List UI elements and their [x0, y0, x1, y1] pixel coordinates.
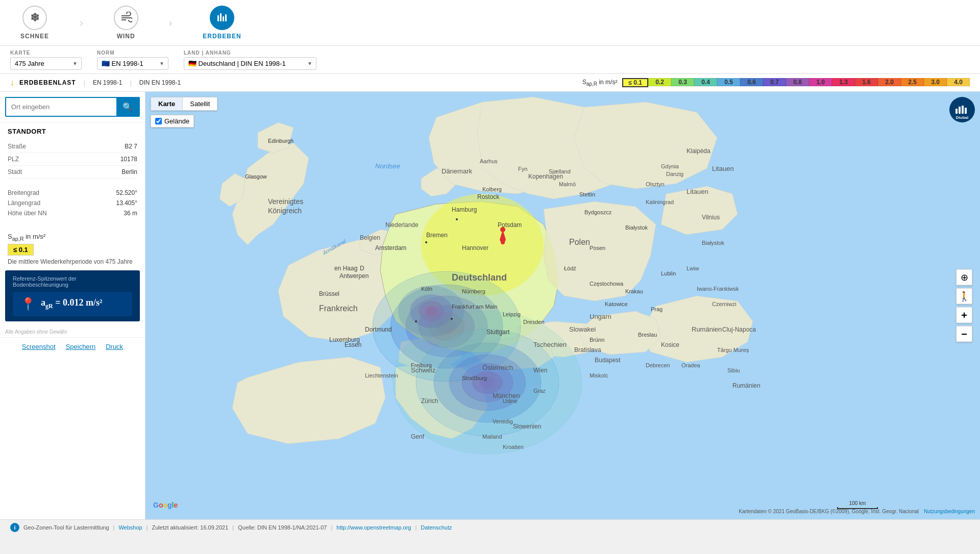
svg-text:Liechtenstein: Liechtenstein [365, 372, 398, 379]
standort-row-stadt: Stadt Berlin [8, 166, 137, 179]
save-button[interactable]: Speichern [66, 343, 96, 350]
norm-group: NORM 🇪🇺 EN 1998-1 [97, 50, 168, 70]
sep2: | [130, 79, 131, 87]
map-type-bar: Karte Satellit [151, 97, 217, 111]
nav-arrow-2: › [169, 17, 173, 29]
map-type-satellit[interactable]: Satellit [183, 97, 217, 110]
svg-text:Freiburg: Freiburg [411, 362, 432, 368]
val-laengengrad: 13.405° [116, 199, 137, 207]
map-type-karte[interactable]: Karte [151, 97, 182, 110]
map-area[interactable]: Vereinigtes Königreich Frankreich Belgie… [145, 92, 980, 519]
legend-item-2[interactable]: 0.3 [671, 78, 694, 86]
footer-sep5: | [415, 524, 416, 531]
footer-updated: Zuletzt aktualisiert: 16.09.2021 [152, 524, 229, 531]
nav-erdbeben[interactable]: ERDBEBEN [192, 1, 251, 45]
wind-icon [114, 6, 138, 30]
legend-item-7[interactable]: 0.8 [786, 78, 809, 86]
search-button[interactable]: 🔍 [116, 98, 139, 116]
svg-text:Bratislava: Bratislava [574, 346, 601, 354]
svg-text:Slowenien: Slowenien [513, 423, 541, 430]
acceleration-box: Referenz-Spitzenwert der Bodenbeschleuni… [5, 270, 140, 321]
nav-wind[interactable]: WIND [104, 1, 149, 45]
svg-text:Malmö: Malmö [559, 181, 576, 187]
legend-item-9[interactable]: 1.3 [832, 78, 855, 86]
info-icon[interactable]: i [10, 523, 19, 532]
svg-text:Rostock: Rostock [477, 193, 500, 200]
val-plz: 10178 [120, 156, 137, 163]
svg-text:Cluj-Napoca: Cluj-Napoca [722, 326, 756, 333]
nav-schnee-label: SCHNEE [20, 33, 49, 40]
norm-select[interactable]: 🇪🇺 EN 1998-1 [97, 57, 168, 70]
gelande-toggle[interactable]: Gelände [151, 115, 194, 128]
land-group: LAND | ANHANG 🇩🇪 Deutschland | DIN EN 19… [184, 50, 316, 70]
map-terms-link[interactable]: Nutzungsbedingungen [924, 509, 975, 514]
google-label: Google [153, 501, 178, 509]
legend-item-0[interactable]: ≤ 0.1 [622, 78, 648, 87]
nav-schnee[interactable]: ❄ SCHNEE [10, 1, 59, 45]
search-box[interactable]: 🔍 [5, 97, 140, 117]
svg-text:Olsztyn: Olsztyn [646, 181, 665, 187]
erdbeben-down-icon: ↓ [10, 78, 14, 87]
legend-item-12[interactable]: 2.5 [901, 78, 924, 86]
key-breitengrad: Breitengrad [8, 189, 39, 196]
svg-text:Graz: Graz [533, 388, 546, 394]
legend-item-5[interactable]: 0.6 [740, 78, 763, 86]
svg-text:Potsdam: Potsdam [498, 221, 522, 229]
legend-item-14[interactable]: 4.0 [947, 78, 970, 86]
svg-text:Vereinigtes: Vereinigtes [268, 197, 303, 206]
svg-text:Łódź: Łódź [564, 265, 576, 271]
land-select[interactable]: 🇩🇪 Deutschland | DIN EN 1998-1 [184, 57, 316, 70]
location-pin-icon: 📍 [20, 297, 36, 311]
footer-osm-link[interactable]: http://www.openstreetmap.org [336, 524, 411, 531]
screenshot-button[interactable]: Screenshot [22, 343, 56, 350]
legend-item-13[interactable]: 3.0 [924, 78, 947, 86]
svg-text:Sjælland: Sjælland [549, 168, 571, 174]
svg-text:Stuttgart: Stuttgart [486, 329, 510, 336]
svg-text:Kosice: Kosice [661, 341, 679, 348]
zoom-in-button[interactable]: + [956, 307, 972, 323]
erdbeben-norm1: EN 1998-1 [93, 79, 122, 86]
svg-text:Klaipėda: Klaipėda [687, 147, 710, 155]
svg-text:Niederlande: Niederlande [385, 221, 419, 229]
legend-item-3[interactable]: 0.4 [694, 78, 717, 86]
svg-text:Częstochowa: Częstochowa [590, 281, 624, 287]
scale-bar: 100 km [837, 500, 878, 509]
footer-webshop-link[interactable]: Webshop [118, 524, 142, 531]
svg-point-111 [500, 227, 505, 232]
footer: i Geo-Zonen-Tool für Lastermittlung | We… [0, 519, 980, 535]
legend-item-1[interactable]: 0.2 [648, 78, 671, 86]
legend-item-6[interactable]: 0.7 [763, 78, 786, 86]
sap-label: Sap,R in m/s² [8, 233, 137, 242]
legend-item-11[interactable]: 2.0 [878, 78, 901, 86]
svg-text:Frankfurt am Main: Frankfurt am Main [452, 304, 497, 310]
print-button[interactable]: Druck [106, 343, 123, 350]
svg-text:Vilnius: Vilnius [702, 214, 720, 221]
locate-button[interactable]: ⊕ [956, 269, 972, 286]
svg-text:Litauen: Litauen [712, 165, 734, 172]
svg-text:Gdynia: Gdynia [661, 163, 679, 169]
legend-unit: Sap,R in m/s² [582, 79, 617, 87]
footer-privacy-link[interactable]: Datenschutz [421, 524, 452, 531]
svg-rect-117 [959, 107, 961, 114]
footer-sep4: | [331, 524, 332, 531]
legend-item-8[interactable]: 1.0 [809, 78, 832, 86]
legend-item-10[interactable]: 1.6 [855, 78, 878, 86]
svg-text:Dortmund: Dortmund [365, 326, 392, 333]
map-svg: Vereinigtes Königreich Frankreich Belgie… [145, 92, 980, 519]
svg-text:Rumänien: Rumänien [732, 382, 761, 389]
person-icon-button[interactable]: 🚶 [956, 288, 972, 305]
svg-point-112 [415, 320, 417, 322]
gelande-checkbox[interactable] [155, 118, 162, 124]
legend-item-4[interactable]: 0.5 [717, 78, 740, 86]
svg-text:Budapest: Budapest [595, 357, 621, 364]
svg-text:Miskolc: Miskolc [590, 372, 608, 379]
svg-text:Aarhus: Aarhus [480, 158, 498, 164]
schnee-icon: ❄ [22, 6, 47, 30]
val-strasse: B2 7 [125, 143, 137, 150]
accel-inner: 📍 agR = 0.012 m/s² [13, 292, 132, 316]
search-input[interactable] [6, 99, 116, 115]
karte-select[interactable]: 475 Jahre [10, 57, 82, 70]
svg-text:Iwano-Frankiwsk: Iwano-Frankiwsk [697, 286, 739, 292]
diubal-logo[interactable]: Diubal [949, 97, 975, 122]
zoom-out-button[interactable]: − [956, 326, 972, 342]
